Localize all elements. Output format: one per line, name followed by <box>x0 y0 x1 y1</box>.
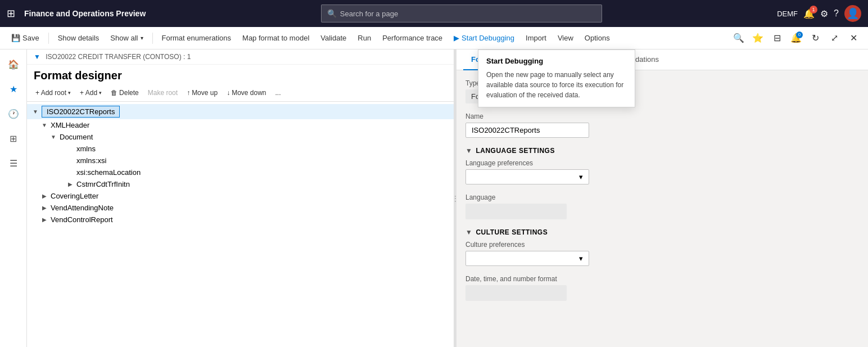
tree-toggle-2[interactable]: ▼ <box>49 133 57 141</box>
start-debugging-button[interactable]: ▶ Start Debugging <box>449 31 519 44</box>
tree-item-label: XMLHeader <box>51 121 89 129</box>
grid-menu-icon[interactable]: ⊞ <box>7 7 15 20</box>
tree-item-label: VendControlReport <box>51 215 113 224</box>
tree-row[interactable]: ▶ CstmrCdtTrfInitn <box>27 178 454 190</box>
datetime-label: Date, time, and number format <box>465 275 859 283</box>
list-icon[interactable]: ☰ <box>3 153 24 173</box>
show-details-button[interactable]: Show details <box>53 31 104 44</box>
language-toggle[interactable]: ▼ <box>465 147 472 155</box>
delete-icon: 🗑 <box>111 89 117 97</box>
lang-label: Language <box>465 193 859 201</box>
make-root-button[interactable]: Make root <box>144 87 182 99</box>
culture-pref-dropdown[interactable]: ▾ <box>465 251 589 266</box>
more-options-button[interactable]: ... <box>272 87 285 99</box>
tree-toggle-8[interactable]: ▶ <box>40 204 48 212</box>
tree-toolbar: + Add root ▾ + Add ▾ 🗑 Delete Make root … <box>27 84 454 102</box>
add-root-button[interactable]: + Add root ▾ <box>31 87 75 99</box>
add-button[interactable]: + Add ▾ <box>76 87 106 99</box>
move-down-arrow: ↓ <box>227 89 230 97</box>
validate-button[interactable]: Validate <box>316 31 351 44</box>
perf-trace-button[interactable]: Performance trace <box>378 31 447 44</box>
side-panel-icon[interactable]: ⊟ <box>769 30 785 46</box>
tree-content: ▼ ISO20022CTReports ▼ XMLHeader ▼ Docume… <box>27 102 454 347</box>
filter-icon-small: ▼ <box>34 53 40 61</box>
map-format-button[interactable]: Map format to model <box>238 31 314 44</box>
tooltip-body: Open the new page to manually select any… <box>486 70 627 100</box>
save-icon: 💾 <box>11 34 20 42</box>
tree-row[interactable]: ▼ Document <box>27 131 454 143</box>
close-icon[interactable]: ✕ <box>846 30 861 46</box>
lang-group: Language <box>465 193 859 219</box>
move-up-arrow: ↑ <box>187 89 190 97</box>
save-button[interactable]: 💾 Save <box>7 31 44 44</box>
datetime-group: Date, time, and number format <box>465 275 859 301</box>
culture-pref-chevron: ▾ <box>579 254 583 263</box>
name-label: Name <box>465 112 859 120</box>
notification-icon[interactable]: 🔔 1 <box>803 8 815 19</box>
workspaces-icon[interactable]: ⊞ <box>3 128 24 148</box>
right-content: Type Folder Name ▼ LANGUAGE SETTINGS Lan… <box>456 70 868 319</box>
home-icon[interactable]: 🏠 <box>3 54 24 74</box>
recent-icon[interactable]: 🕐 <box>3 103 24 124</box>
name-input[interactable] <box>465 123 589 138</box>
help-icon[interactable]: ? <box>834 8 839 19</box>
tree-row[interactable]: ▶ xsi:schemaLocation <box>27 166 454 178</box>
culture-pref-label: Culture preferences <box>465 241 859 249</box>
main-toolbar: 💾 Save Show details Show all ▾ Format en… <box>0 27 868 49</box>
notification-bell-icon[interactable]: 🔔0 <box>788 30 804 46</box>
user-label: DEMF <box>777 10 798 18</box>
move-up-button[interactable]: ↑ Move up <box>183 87 221 99</box>
search-input[interactable] <box>340 10 596 18</box>
show-all-chevron: ▾ <box>141 35 143 41</box>
import-button[interactable]: Import <box>521 31 551 44</box>
search-bar[interactable]: 🔍 <box>321 4 602 22</box>
add-root-chevron: ▾ <box>68 90 71 96</box>
culture-toggle[interactable]: ▼ <box>465 228 472 236</box>
tree-toggle-1[interactable]: ▼ <box>40 121 48 129</box>
view-button[interactable]: View <box>553 31 578 44</box>
search-icon: 🔍 <box>327 9 337 18</box>
delete-button[interactable]: 🗑 Delete <box>107 87 143 99</box>
tree-toggle-9[interactable]: ▶ <box>40 216 48 224</box>
tree-item-label: CoveringLetter <box>51 192 98 200</box>
bookmark-icon[interactable]: ⭐ <box>750 30 766 46</box>
search-toolbar-icon[interactable]: 🔍 <box>731 30 747 46</box>
nav-right: DEMF 🔔 1 ⚙ ? 👤 <box>777 5 861 22</box>
tree-item-label: VendAttendingNote <box>51 204 114 212</box>
avatar[interactable]: 👤 <box>844 5 861 22</box>
page-title-area: Format designer <box>27 65 454 84</box>
side-icons: 🏠 ★ 🕐 ⊞ ☰ <box>0 49 27 347</box>
lang-pref-dropdown[interactable]: ▾ <box>465 169 589 184</box>
tree-toggle-0[interactable]: ▼ <box>31 108 39 116</box>
tree-toggle-7[interactable]: ▶ <box>40 192 48 200</box>
tree-row[interactable]: ▶ VendAttendingNote <box>27 202 454 214</box>
lang-pref-group: Language preferences ▾ <box>465 159 859 184</box>
tree-row[interactable]: ▶ CoveringLetter <box>27 190 454 202</box>
format-enum-button[interactable]: Format enumerations <box>157 31 236 44</box>
favorites-icon[interactable]: ★ <box>3 79 24 99</box>
language-settings-header: ▼ LANGUAGE SETTINGS <box>465 147 859 155</box>
tree-toggle-6[interactable]: ▶ <box>66 181 74 188</box>
lang-value <box>465 204 567 219</box>
tree-row[interactable]: ▶ xmlns:xsi <box>27 155 454 166</box>
lang-pref-chevron: ▾ <box>579 173 583 181</box>
tree-row[interactable]: ▶ VendControlReport <box>27 214 454 226</box>
main-content: 🏠 ★ 🕐 ⊞ ☰ ▼ ISO20022 CREDIT TRANSFER (CO… <box>0 49 868 347</box>
expand-icon[interactable]: ⤢ <box>826 30 842 46</box>
refresh-icon[interactable]: ↻ <box>807 30 823 46</box>
run-button[interactable]: Run <box>353 31 376 44</box>
app-title: Finance and Operations Preview <box>24 9 146 18</box>
options-button[interactable]: Options <box>580 31 614 44</box>
tree-panel: ▼ ISO20022 CREDIT TRANSFER (CONTOSO) : 1… <box>27 49 454 347</box>
culture-settings-header: ▼ CULTURE SETTINGS <box>465 228 859 236</box>
settings-icon[interactable]: ⚙ <box>820 8 828 19</box>
move-down-button[interactable]: ↓ Move down <box>223 87 270 99</box>
debug-tooltip: Start Debugging Open the new page to man… <box>478 49 635 107</box>
tree-item-label: xsi:schemaLocation <box>76 168 141 177</box>
tree-row[interactable]: ▶ xmlns <box>27 143 454 155</box>
tree-row[interactable]: ▼ XMLHeader <box>27 119 454 131</box>
tree-row[interactable]: ▼ ISO20022CTReports <box>27 104 454 119</box>
breadcrumb: ▼ ISO20022 CREDIT TRANSFER (CONTOSO) : 1 <box>27 49 454 65</box>
datetime-value <box>465 285 567 301</box>
show-all-button[interactable]: Show all ▾ <box>106 31 147 44</box>
